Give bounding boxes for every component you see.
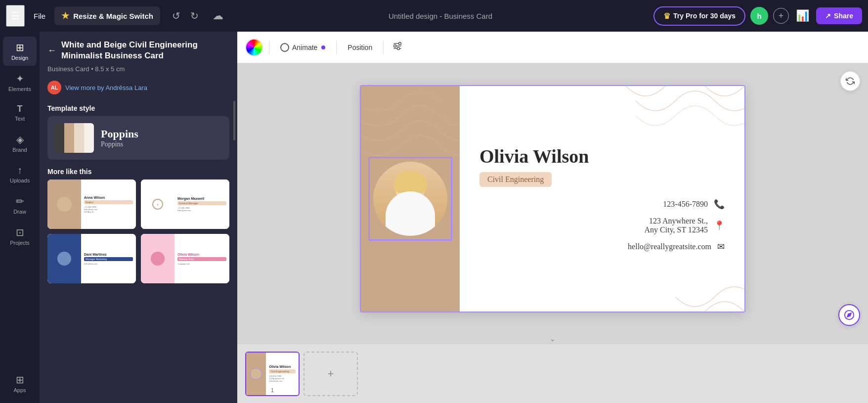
- sidebar-item-uploads[interactable]: ↑ Uploads: [3, 160, 37, 188]
- thumb-contact-4: +mypage.com: [177, 263, 226, 265]
- template-thumb-2[interactable]: ♦ Morgan Maxwell General Manager +75 456…: [141, 179, 229, 229]
- file-menu-button[interactable]: File: [29, 9, 50, 23]
- collapse-filmstrip-button[interactable]: ⌄: [550, 335, 556, 343]
- filmstrip-page-number: 1: [271, 388, 274, 393]
- author-avatar: AL: [47, 81, 61, 94]
- canvas-toolbar: Animate Position: [237, 32, 868, 63]
- svg-point-2: [397, 47, 400, 50]
- add-page-button[interactable]: +: [304, 352, 358, 396]
- toolbar-divider-2: [336, 41, 337, 54]
- thumb-card-1: Anna Wilson Realtor +75-404-7890hello@si…: [47, 179, 136, 229]
- projects-icon: ⊡: [16, 226, 24, 238]
- card-info: Olivia Wilson Civil Engineering 123-456-…: [479, 145, 725, 252]
- contact-phone-row: 123-456-7890 📞: [479, 199, 725, 210]
- add-collaborator-button[interactable]: +: [773, 8, 789, 24]
- undo-button[interactable]: ↺: [168, 7, 184, 25]
- thumb-name-1: Anna Wilson: [84, 196, 133, 199]
- business-card: Olivia Wilson Civil Engineering 123-456-…: [360, 85, 745, 313]
- animate-circle-icon: [280, 43, 289, 52]
- sidebar-label-uploads: Uploads: [10, 178, 30, 183]
- filmstrip-card-contact: 123-456-7890123 Anywhere St.hello@site.c…: [269, 375, 296, 382]
- filmstrip: Olivia Wilson Civil Engineering 123-456-…: [237, 344, 868, 403]
- sidebar-item-elements[interactable]: ✦ Elements: [3, 68, 37, 97]
- ai-compass-button[interactable]: [838, 304, 860, 326]
- analytics-button[interactable]: 📊: [794, 7, 811, 24]
- font-info: Poppins Poppins: [101, 128, 138, 148]
- user-avatar-button[interactable]: h: [750, 7, 768, 25]
- contact-address: 123 Anywhere St., Any City, ST 12345: [645, 217, 708, 234]
- try-pro-label: Try Pro for 30 days: [673, 12, 736, 20]
- share-button[interactable]: ↗ Share: [816, 7, 862, 24]
- position-button[interactable]: Position: [343, 41, 377, 54]
- color-picker-button[interactable]: [245, 39, 263, 56]
- refresh-ai-button[interactable]: [840, 71, 860, 91]
- filmstrip-page-1[interactable]: Olivia Wilson Civil Engineering 123-456-…: [245, 352, 300, 396]
- panel-collapse-button[interactable]: ‹: [232, 206, 237, 229]
- contact-phone: 123-456-7890: [663, 200, 708, 209]
- add-page-icon: +: [328, 367, 334, 380]
- text-icon: T: [17, 104, 23, 114]
- card-contact-info: 123-456-7890 📞 123 Anywhere St., Any Cit…: [479, 199, 725, 252]
- cloud-save-button[interactable]: ☁: [209, 6, 227, 25]
- sidebar-label-text: Text: [15, 116, 25, 122]
- animate-button[interactable]: Animate: [275, 40, 330, 55]
- thumb-name-3: Dani Martinez: [84, 253, 133, 256]
- resize-magic-switch-button[interactable]: ★ Resize & Magic Switch: [54, 6, 160, 25]
- sidebar-label-design: Design: [11, 55, 28, 61]
- sidebar-item-projects[interactable]: ⊡ Projects: [3, 222, 37, 251]
- thumb-job-3: Manager Marketing: [84, 257, 133, 261]
- sidebar-item-design[interactable]: ⊞ Design: [3, 37, 37, 66]
- thumb-right-3: Dani Martinez Manager Marketing hello@si…: [81, 234, 136, 283]
- template-style-title: Template style: [40, 98, 237, 116]
- topbar-right: ♛ Try Pro for 30 days h + 📊 ↗ Share: [653, 6, 862, 26]
- location-icon: 📍: [714, 220, 725, 231]
- more-options-button[interactable]: [390, 38, 405, 56]
- panel-back-button[interactable]: ←: [47, 45, 56, 56]
- photo-frame: [368, 157, 452, 241]
- svg-point-0: [399, 43, 401, 45]
- card-left-section: [361, 86, 460, 312]
- thumb-name-2: Morgan Maxwell: [177, 197, 226, 200]
- templates-grid: Anna Wilson Realtor +75-404-7890hello@si…: [40, 179, 237, 283]
- author-link[interactable]: View more by Andrêssa Lara: [65, 84, 147, 91]
- canvas-bottom-strip: ⌄: [237, 334, 868, 344]
- sidebar-label-apps: Apps: [13, 387, 26, 393]
- author-row: AL View more by Andrêssa Lara: [40, 77, 237, 98]
- template-thumb-4[interactable]: Olivia Wilson Makeup Artist +mypage.com: [141, 234, 229, 283]
- apps-icon: ⊞: [16, 374, 24, 386]
- uploads-icon: ↑: [17, 165, 22, 176]
- template-style-card[interactable]: Poppins Poppins: [47, 116, 229, 160]
- sidebar-icons: ⊞ Design ✦ Elements T Text ◈ Brand ↑ Upl…: [0, 32, 40, 403]
- filmstrip-card-job: Civil Engineering: [269, 369, 296, 373]
- thumb-contact-2: +75 456-7890hello@site.com: [177, 207, 226, 212]
- try-pro-button[interactable]: ♛ Try Pro for 30 days: [653, 6, 745, 26]
- thumb-job-2: General Manager: [177, 201, 226, 205]
- sidebar-item-text[interactable]: T Text: [3, 99, 37, 127]
- canvas-workspace[interactable]: Olivia Wilson Civil Engineering 123-456-…: [237, 63, 868, 334]
- resize-magic-label: Resize & Magic Switch: [73, 12, 153, 20]
- scroll-handle[interactable]: [233, 101, 235, 140]
- sidebar-label-draw: Draw: [13, 209, 26, 215]
- elements-icon: ✦: [16, 73, 24, 85]
- redo-button[interactable]: ↻: [186, 7, 203, 25]
- document-title: Untitled design - Business Card: [389, 12, 492, 20]
- sidebar-item-draw[interactable]: ✏ Draw: [3, 190, 37, 220]
- share-icon: ↗: [825, 12, 831, 20]
- sidebar-item-brand[interactable]: ◈ Brand: [3, 129, 37, 158]
- draw-icon: ✏: [16, 195, 24, 207]
- thumb-job-1: Realtor: [84, 200, 133, 204]
- template-thumb-1[interactable]: Anna Wilson Realtor +75-404-7890hello@si…: [47, 179, 136, 229]
- svg-point-1: [394, 45, 396, 47]
- sidebar-item-apps[interactable]: ⊞ Apps: [3, 369, 37, 398]
- crown-icon: ♛: [663, 11, 670, 21]
- panel-header: ← White and Beige Civil Engineering Mini…: [40, 32, 237, 65]
- panel-title: White and Beige Civil Engineering Minima…: [61, 40, 229, 61]
- person-hair: [394, 171, 427, 193]
- undo-redo-group: ↺ ↻: [168, 7, 203, 25]
- topbar: ☰ File ★ Resize & Magic Switch ↺ ↻ ☁ Unt…: [0, 0, 868, 32]
- template-thumb-3[interactable]: Dani Martinez Manager Marketing hello@si…: [47, 234, 136, 283]
- main-layout: ⊞ Design ✦ Elements T Text ◈ Brand ↑ Upl…: [0, 32, 868, 403]
- share-label: Share: [834, 12, 853, 20]
- hamburger-button[interactable]: ☰: [6, 5, 25, 27]
- sidebar-label-brand: Brand: [12, 147, 27, 153]
